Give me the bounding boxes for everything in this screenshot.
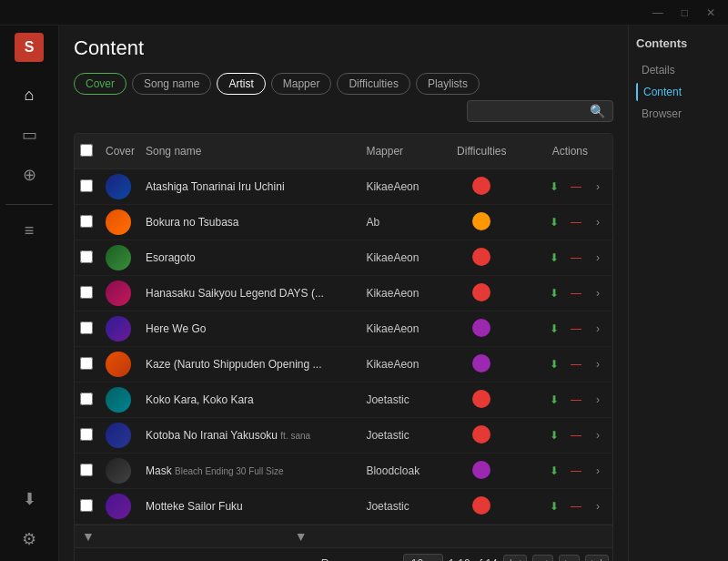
row-checkbox-9[interactable] <box>80 499 93 512</box>
detail-btn-5[interactable]: › <box>589 355 607 373</box>
minimize-button[interactable]: — <box>647 5 669 21</box>
filter-artist[interactable]: Artist <box>217 73 265 95</box>
download-btn-0[interactable]: ⬇ <box>545 178 563 196</box>
sidebar-home[interactable]: ⌂ <box>11 76 47 113</box>
row-song-cell: Esoragoto <box>140 240 360 276</box>
row-cover-cell <box>100 382 140 418</box>
remove-btn-4[interactable]: — <box>567 320 585 338</box>
row-actions-cell: ⬇ — › <box>528 454 612 489</box>
row-checkbox-8[interactable] <box>80 464 93 476</box>
download-btn-8[interactable]: ⬇ <box>545 462 563 480</box>
row-checkbox-2[interactable] <box>80 250 93 263</box>
mapper-name-0: KikaeAeon <box>366 180 419 193</box>
table-row: Koko Kara, Koko Kara Joetastic ⬇ — › <box>75 382 612 418</box>
sidebar-menu[interactable]: ≡ <box>11 212 47 249</box>
filter-playlists[interactable]: Playlists <box>416 73 480 95</box>
filter-icon-1[interactable]: ▼ <box>82 529 95 544</box>
row-song-cell: Mask Bleach Ending 30 Full Size <box>140 454 360 489</box>
table-row: Here We Go KikaeAeon ⬇ — › <box>75 311 612 347</box>
remove-btn-6[interactable]: — <box>567 391 585 409</box>
content-search-icon[interactable]: 🔍 <box>590 104 605 118</box>
detail-btn-4[interactable]: › <box>589 320 607 338</box>
diff-dot-1 <box>472 212 490 230</box>
mapper-name-6: Joetastic <box>366 393 409 406</box>
row-diff-cell <box>436 489 528 525</box>
row-checkbox-7[interactable] <box>80 428 93 441</box>
detail-btn-2[interactable]: › <box>589 249 607 267</box>
download-btn-5[interactable]: ⬇ <box>545 355 563 373</box>
row-checkbox-5[interactable] <box>80 357 93 370</box>
pg-last[interactable]: ▶| <box>585 555 609 561</box>
filter-cover[interactable]: Cover <box>74 73 126 95</box>
remove-btn-9[interactable]: — <box>567 497 585 515</box>
diff-dot-7 <box>472 425 490 444</box>
song-name-3: Hanasaku Saikyou Legend DAYS (... <box>146 287 324 300</box>
remove-btn-3[interactable]: — <box>567 284 585 302</box>
table-row: Esoragoto KikaeAeon ⬇ — › <box>75 240 612 276</box>
remove-btn-2[interactable]: — <box>567 249 585 267</box>
filter-icon-2[interactable]: ▼ <box>295 529 308 544</box>
remove-btn-0[interactable]: — <box>567 178 585 196</box>
diff-dot-4 <box>472 319 490 337</box>
remove-btn-5[interactable]: — <box>567 355 585 373</box>
sidebar-monitor[interactable]: ▭ <box>11 117 47 153</box>
detail-btn-8[interactable]: › <box>589 462 607 480</box>
pg-next[interactable]: ▶ <box>559 555 580 561</box>
filter-mapper[interactable]: Mapper <box>271 73 332 95</box>
row-checkbox-cell <box>75 489 100 525</box>
action-buttons-3: ⬇ — › <box>533 284 607 302</box>
cover-image-8 <box>106 458 131 484</box>
content-search-input[interactable] <box>475 105 584 117</box>
pg-prev[interactable]: ◀ <box>532 555 553 561</box>
detail-btn-1[interactable]: › <box>589 213 607 231</box>
filter-difficulties[interactable]: Difficulties <box>337 73 410 95</box>
row-actions-cell: ⬇ — › <box>528 418 612 454</box>
song-name-8: Mask <box>146 464 172 477</box>
mapper-name-3: KikaeAeon <box>366 287 419 300</box>
pg-first[interactable]: |◀ <box>503 555 527 561</box>
download-btn-3[interactable]: ⬇ <box>545 284 563 302</box>
app-logo: S <box>15 33 44 62</box>
right-panel-details[interactable]: Details <box>636 61 721 79</box>
download-btn-2[interactable]: ⬇ <box>545 249 563 267</box>
cover-image-4 <box>106 316 131 342</box>
row-checkbox-1[interactable] <box>80 215 93 228</box>
row-cover-cell <box>100 347 140 382</box>
remove-btn-7[interactable]: — <box>567 426 585 444</box>
remove-btn-8[interactable]: — <box>567 462 585 480</box>
download-btn-9[interactable]: ⬇ <box>545 497 563 515</box>
filter-songname[interactable]: Song name <box>132 73 211 95</box>
detail-btn-7[interactable]: › <box>589 426 607 444</box>
row-checkbox-4[interactable] <box>80 321 93 334</box>
remove-btn-1[interactable]: — <box>567 213 585 231</box>
select-all-checkbox[interactable] <box>80 144 93 157</box>
right-panel-content[interactable]: Content <box>636 83 721 101</box>
detail-btn-0[interactable]: › <box>589 178 607 196</box>
right-panel-title: Contents <box>636 36 721 50</box>
download-btn-6[interactable]: ⬇ <box>545 391 563 409</box>
right-panel: Contents Details Content Browser <box>628 26 728 561</box>
sidebar-settings[interactable]: ⚙ <box>11 521 47 557</box>
right-panel-browser[interactable]: Browser <box>636 105 721 123</box>
detail-btn-6[interactable]: › <box>589 391 607 409</box>
download-btn-1[interactable]: ⬇ <box>545 213 563 231</box>
detail-btn-9[interactable]: › <box>589 497 607 515</box>
rows-per-page-select[interactable]: 10 25 50 <box>403 554 443 561</box>
detail-btn-3[interactable]: › <box>589 284 607 302</box>
row-checkbox-3[interactable] <box>80 286 93 299</box>
row-song-cell: Koko Kara, Koko Kara <box>140 382 360 418</box>
sidebar-download[interactable]: ⬇ <box>11 481 47 517</box>
rows-per-page-label: Rows per page: <box>321 557 398 561</box>
cover-image-3 <box>106 280 131 306</box>
close-button[interactable]: ✕ <box>701 5 721 21</box>
download-btn-7[interactable]: ⬇ <box>545 426 563 444</box>
maximize-button[interactable]: □ <box>676 5 693 21</box>
download-btn-4[interactable]: ⬇ <box>545 320 563 338</box>
th-mapper: Mapper <box>360 134 435 169</box>
sidebar-globe[interactable]: ⊕ <box>11 157 47 193</box>
row-checkbox-cell <box>75 454 100 489</box>
row-checkbox-0[interactable] <box>80 179 93 192</box>
row-checkbox-6[interactable] <box>80 393 93 405</box>
table-row: Bokura no Tsubasa Ab ⬇ — › <box>75 205 612 240</box>
row-diff-cell <box>436 454 528 489</box>
